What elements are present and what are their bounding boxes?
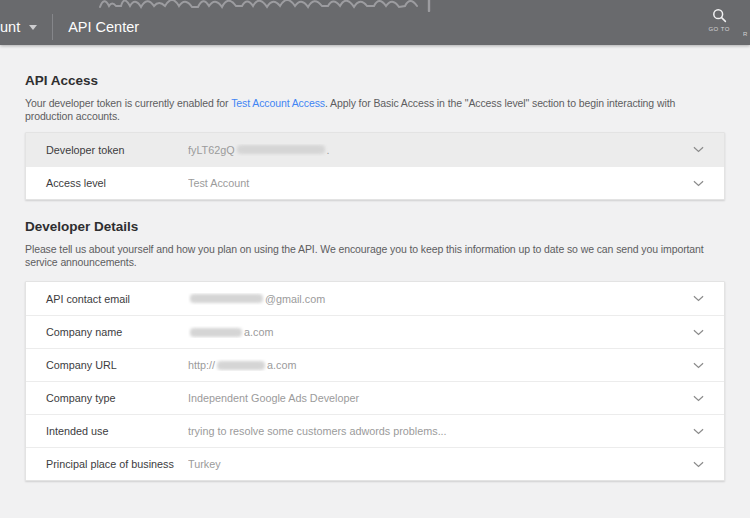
chevron-down-icon[interactable] (693, 295, 704, 302)
company-url-value: http://a.com (188, 359, 693, 371)
go-to-search-button[interactable]: GO TO (708, 8, 730, 32)
caret-down-icon (29, 25, 37, 30)
page-title: API Center (68, 11, 139, 35)
row-label: Intended use (46, 425, 188, 437)
principal-place-value: Turkey (188, 458, 693, 470)
api-access-table: Developer token fyLT62gQ. Access level T… (25, 132, 725, 200)
access-level-row[interactable]: Access level Test Account (26, 166, 724, 199)
api-contact-email-row[interactable]: API contact email @gmail.com (26, 282, 724, 315)
clipped-nav-label: R (743, 31, 750, 37)
company-name-row[interactable]: Company name a.com (26, 315, 724, 348)
redacted-company-blur (190, 328, 242, 337)
test-account-access-link[interactable]: Test Account Access (231, 97, 325, 109)
chevron-down-icon[interactable] (693, 329, 704, 336)
api-access-description: Your developer token is currently enable… (25, 97, 707, 123)
chevron-down-icon[interactable] (693, 180, 704, 187)
row-label: Access level (46, 177, 188, 189)
chevron-down-icon[interactable] (693, 461, 704, 468)
go-to-label: GO TO (708, 26, 730, 32)
row-label: API contact email (46, 293, 188, 305)
chevron-down-icon[interactable] (693, 146, 704, 153)
chevron-down-icon[interactable] (693, 395, 704, 402)
account-selector-dropdown[interactable]: unt (0, 0, 37, 45)
company-type-value: Independent Google Ads Developer (188, 392, 693, 404)
redacted-url-blur (217, 361, 265, 370)
row-label: Principal place of business (46, 458, 188, 470)
row-label: Company URL (46, 359, 188, 371)
chevron-down-icon[interactable] (693, 428, 704, 435)
developer-details-heading: Developer Details (25, 219, 725, 234)
company-name-value: a.com (188, 326, 693, 338)
chevron-down-icon[interactable] (693, 362, 704, 369)
redacted-email-blur (190, 294, 263, 303)
appbar-divider (52, 14, 53, 40)
api-contact-email-value: @gmail.com (188, 293, 693, 305)
developer-details-description: Please tell us about yourself and how yo… (25, 243, 707, 269)
handwriting-scribble-overlay (98, 0, 438, 12)
intended-use-value: trying to resolve some customers adwords… (188, 425, 693, 437)
intended-use-row[interactable]: Intended use trying to resolve some cust… (26, 414, 724, 447)
developer-details-table: API contact email @gmail.com Company nam… (25, 281, 725, 481)
desc-text: Your developer token is currently enable… (25, 97, 229, 109)
row-label: Company name (46, 326, 188, 338)
principal-place-of-business-row[interactable]: Principal place of business Turkey (26, 447, 724, 480)
company-type-row[interactable]: Company type Independent Google Ads Deve… (26, 381, 724, 414)
developer-token-row[interactable]: Developer token fyLT62gQ. (26, 133, 724, 166)
account-name-fragment: unt (0, 19, 20, 35)
developer-token-value: fyLT62gQ. (188, 144, 693, 156)
company-url-row[interactable]: Company URL http://a.com (26, 348, 724, 381)
row-label: Developer token (46, 144, 188, 156)
app-bar: unt API Center GO TO R (0, 0, 750, 45)
access-level-value: Test Account (188, 177, 693, 189)
api-center-page: API Access Your developer token is curre… (0, 73, 750, 481)
search-icon (712, 8, 727, 23)
redacted-token-blur (237, 145, 325, 154)
api-access-heading: API Access (25, 73, 725, 88)
row-label: Company type (46, 392, 188, 404)
